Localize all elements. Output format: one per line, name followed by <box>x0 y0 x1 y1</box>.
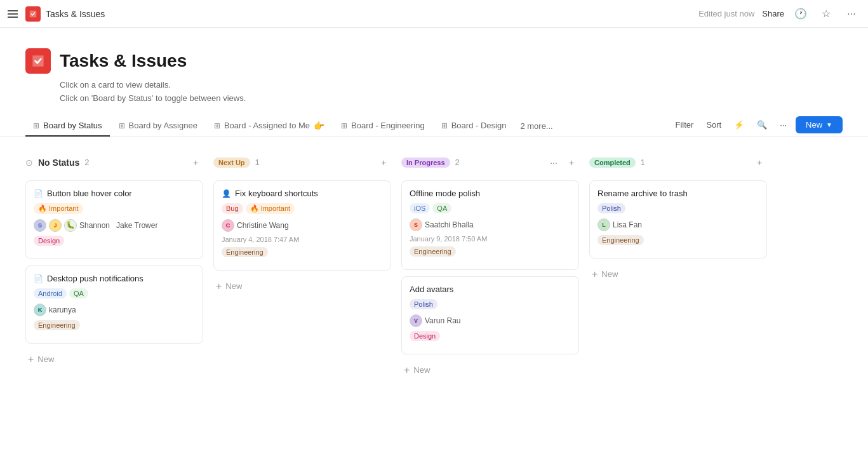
card-3-assignee-name: Christine Wang <box>237 221 289 230</box>
card-6-tags: Polish <box>598 203 759 213</box>
star-icon[interactable]: ☆ <box>817 5 835 23</box>
card-3-tag-engineering: Engineering <box>222 247 268 257</box>
board-status-tab-icon: ⊞ <box>33 121 39 130</box>
no-status-header-icon: ⊙ <box>25 158 33 168</box>
avatar-saatchi: S <box>410 218 422 231</box>
more-tabs-button[interactable]: 2 more... <box>515 116 558 136</box>
completed-add-icon[interactable]: + <box>752 155 767 170</box>
view-tabs-list: ⊞ Board by Status ⊞ Board by Assignee ⊞ … <box>25 116 672 137</box>
new-button[interactable]: New ▼ <box>796 116 843 133</box>
tab-board-status[interactable]: ⊞ Board by Status <box>25 116 110 137</box>
card-add-avatars[interactable]: Add avatars Polish V Varun Rau Design <box>401 276 579 354</box>
history-icon[interactable]: 🕐 <box>792 5 810 23</box>
card-5-tag-polish: Polish <box>410 299 437 309</box>
card-offline-mode[interactable]: Offline mode polish iOS QA S Saatchi Bha… <box>401 180 579 270</box>
in-progress-add-new[interactable]: + New <box>401 361 579 380</box>
card-button-hover-color[interactable]: 📄 Button blue hover color 🔥 Important S … <box>25 180 203 259</box>
next-up-add-icon-plus: + <box>216 281 222 292</box>
in-progress-count: 2 <box>455 158 460 167</box>
sort-button[interactable]: Sort <box>702 117 725 132</box>
completed-add-new-label: New <box>601 269 618 279</box>
tab-board-assignee[interactable]: ⊞ Board by Assignee <box>111 116 205 137</box>
next-up-add-new-label: New <box>225 281 242 291</box>
share-button[interactable]: Share <box>762 9 784 18</box>
filter-button[interactable]: Filter <box>672 117 698 132</box>
board-container: ⊙ No Status 2 + 📄 Button blue hover colo… <box>0 137 868 395</box>
card-3-tags: Bug 🔥 Important <box>222 203 383 214</box>
tab-board-assignee-label: Board by Assignee <box>129 121 197 130</box>
card-5-tag-design: Design <box>410 331 440 341</box>
card-1-tag-design: Design <box>34 236 64 246</box>
in-progress-column-actions: ··· + <box>546 155 579 170</box>
card-6-assignee-name: Lisa Fan <box>613 220 642 229</box>
column-in-progress: In Progress 2 ··· + Offline mode polish … <box>401 152 579 380</box>
in-progress-add-icon[interactable]: + <box>564 155 579 170</box>
no-status-add-icon[interactable]: + <box>188 155 203 170</box>
no-status-title: No Status <box>38 158 79 168</box>
card-5-tags: Polish <box>410 299 571 309</box>
new-button-label: New <box>806 120 822 130</box>
card-2-footer-tags: Engineering <box>34 320 195 330</box>
card-4-tag-qa: QA <box>432 203 451 213</box>
tab-board-status-label: Board by Status <box>43 121 102 130</box>
avatar-shannon: S <box>34 219 46 232</box>
add-new-label: New <box>37 354 54 364</box>
card-2-title: 📄 Desktop push notifications <box>34 274 195 283</box>
card-4-tags: iOS QA <box>410 203 571 213</box>
sort-label: Sort <box>706 120 721 130</box>
completed-add-icon-plus: + <box>592 269 598 280</box>
card-fix-keyboard[interactable]: 👤 Fix keyboard shortcuts Bug 🔥 Important… <box>213 180 391 271</box>
next-up-add-icon[interactable]: + <box>376 155 391 170</box>
next-up-count: 1 <box>255 158 260 167</box>
no-status-count: 2 <box>84 158 89 167</box>
card-desktop-push[interactable]: 📄 Desktop push notifications Android QA … <box>25 265 203 344</box>
card-rename-archive[interactable]: Rename archive to trash Polish L Lisa Fa… <box>589 180 767 258</box>
avatar-lisa: L <box>598 218 610 231</box>
tab-board-design-label: Board - Design <box>451 121 507 130</box>
board-assigned-me-tab-icon: ⊞ <box>214 121 220 130</box>
in-progress-more-icon[interactable]: ··· <box>546 155 561 170</box>
lightning-icon[interactable]: ⚡ <box>730 117 748 132</box>
next-up-status-pill: Next Up <box>213 158 250 168</box>
completed-count: 1 <box>641 158 645 167</box>
card-6-title: Rename archive to trash <box>598 189 759 198</box>
topbar-right: Edited just now Share 🕐 ☆ ··· <box>698 5 860 23</box>
in-progress-status-pill: In Progress <box>401 158 450 168</box>
assigned-me-arrow-icon: 👉 <box>314 121 324 131</box>
page-title-row: Tasks & Issues <box>25 48 843 74</box>
in-progress-add-icon-plus: + <box>404 365 410 376</box>
next-up-add-new[interactable]: + New <box>213 277 391 296</box>
card-1-footer-tags: Design <box>34 236 195 246</box>
topbar: Tasks & Issues Edited just now Share 🕐 ☆… <box>0 0 868 28</box>
tab-board-engineering[interactable]: ⊞ Board - Engineering <box>333 116 432 137</box>
more-options-icon[interactable]: ··· <box>843 5 860 23</box>
new-button-caret-icon: ▼ <box>826 121 832 128</box>
more-view-options-icon[interactable]: ··· <box>776 117 791 132</box>
card-2-tags: Android QA <box>34 288 195 299</box>
card-6-tag-polish: Polish <box>598 203 625 213</box>
card-6-tag-engineering: Engineering <box>598 235 644 245</box>
card-4-date: January 9, 2018 7:50 AM <box>410 235 571 243</box>
tab-board-assigned-me[interactable]: ⊞ Board - Assigned to Me 👉 <box>206 116 332 137</box>
topbar-left: Tasks & Issues <box>8 6 693 22</box>
completed-add-new[interactable]: + New <box>589 265 767 284</box>
card-2-tag-qa: QA <box>69 288 88 299</box>
column-next-up: Next Up 1 + 👤 Fix keyboard shortcuts Bug… <box>213 152 391 296</box>
card-3-assignees: C Christine Wang <box>222 219 383 232</box>
card-5-assignees: V Varun Rau <box>410 314 571 327</box>
card-6-assignees: L Lisa Fan <box>598 218 759 231</box>
card-5-title: Add avatars <box>410 285 571 294</box>
card-3-title: 👤 Fix keyboard shortcuts <box>222 189 383 198</box>
app-logo-icon <box>25 6 41 22</box>
filter-label: Filter <box>676 120 694 130</box>
tab-board-assigned-me-label: Board - Assigned to Me <box>224 121 310 130</box>
hamburger-menu-icon[interactable] <box>8 8 20 20</box>
search-icon[interactable]: 🔍 <box>753 117 771 132</box>
card-2-tag-android: Android <box>34 288 67 299</box>
tab-board-design[interactable]: ⊞ Board - Design <box>434 116 514 137</box>
no-status-column-actions: + <box>188 155 203 170</box>
avatar-karunya: K <box>34 304 46 316</box>
avatar-varun: V <box>410 314 422 327</box>
no-status-add-new[interactable]: + New <box>25 350 203 369</box>
card-4-tag-engineering: Engineering <box>410 246 456 257</box>
